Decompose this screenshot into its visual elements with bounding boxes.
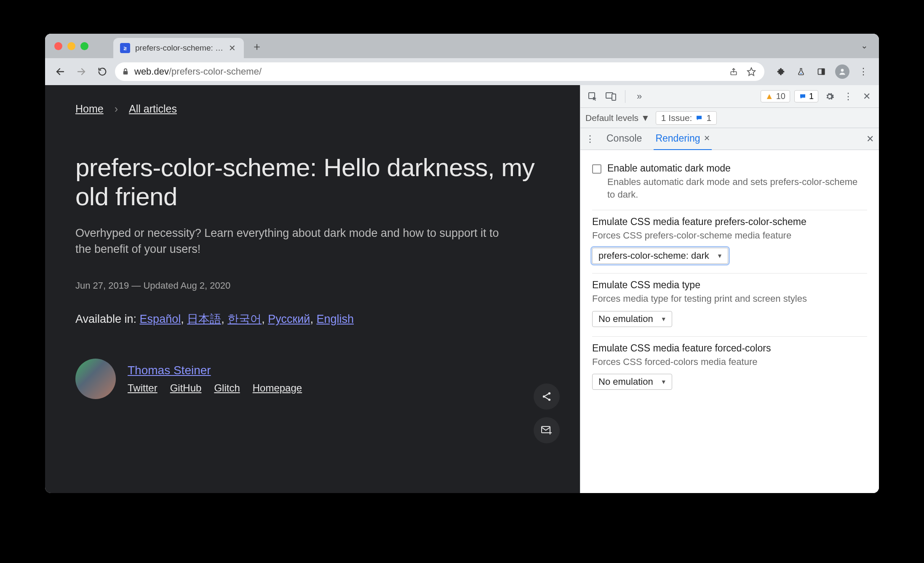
caret-down-icon: ▼ <box>717 252 723 259</box>
url-text: web.dev/prefers-color-scheme/ <box>134 66 262 77</box>
new-tab-button[interactable]: ＋ <box>251 39 262 54</box>
content-area: Home › All articles prefers-color-scheme… <box>45 85 879 493</box>
issue-count: 1 <box>706 113 711 123</box>
svg-line-12 <box>545 394 549 396</box>
browser-toolbar: web.dev/prefers-color-scheme/ ⋮ <box>45 58 879 85</box>
minimize-window[interactable] <box>67 42 75 50</box>
drawer-menu-icon[interactable]: ⋮ <box>585 134 595 145</box>
more-tabs-icon[interactable]: » <box>632 89 646 104</box>
browser-window: ≥ prefers-color-scheme: Hello da ✕ ＋ ⌄ w… <box>45 34 879 493</box>
chevron-right-icon: › <box>115 103 118 115</box>
darkmode-title: Enable automatic dark mode <box>607 163 867 174</box>
author-links: Twitter GitHub Glitch Homepage <box>128 382 302 394</box>
message-icon <box>799 93 806 100</box>
lang-en[interactable]: English <box>316 313 354 325</box>
window-controls <box>54 42 88 50</box>
close-tab-icon[interactable]: ✕ <box>229 43 236 53</box>
caret-down-icon: ▼ <box>661 378 667 385</box>
dropdown-caret-icon: ▼ <box>641 113 650 123</box>
available-label: Available in: <box>75 313 140 325</box>
forced-select[interactable]: No emulation ▼ <box>592 374 672 390</box>
lang-ja[interactable]: 日本語 <box>187 313 221 325</box>
prefers-title: Emulate CSS media feature prefers-color-… <box>592 216 867 228</box>
author-link-glitch[interactable]: Glitch <box>214 382 240 394</box>
devtools-panel: » ▲ 10 1 ⋮ ✕ <box>580 85 879 493</box>
forced-title: Emulate CSS media feature forced-colors <box>592 343 867 354</box>
caret-down-icon: ▼ <box>661 316 667 322</box>
breadcrumb-home[interactable]: Home <box>75 103 104 115</box>
console-filter-bar: Default levels ▼ 1 Issue: 1 <box>580 108 879 128</box>
close-window[interactable] <box>54 42 62 50</box>
favicon-icon: ≥ <box>120 43 130 53</box>
warnings-badge[interactable]: ▲ 10 <box>761 90 790 102</box>
devtools-close-icon[interactable]: ✕ <box>860 89 874 104</box>
option-media-type: Emulate CSS media type Forces media type… <box>592 273 867 337</box>
page-dates: Jun 27, 2019 — Updated Aug 2, 2020 <box>75 280 550 291</box>
toolbar-right: ⋮ <box>772 63 872 80</box>
warnings-count: 10 <box>776 91 785 101</box>
svg-rect-14 <box>542 426 550 433</box>
author-link-homepage[interactable]: Homepage <box>253 382 302 394</box>
inspect-icon[interactable] <box>585 89 600 104</box>
svg-rect-2 <box>123 71 128 75</box>
lang-es[interactable]: Español <box>140 313 181 325</box>
devtools-toolbar: » ▲ 10 1 ⋮ ✕ <box>580 85 879 108</box>
svg-point-5 <box>801 73 802 74</box>
option-auto-darkmode: Enable automatic dark mode Enables autom… <box>592 157 867 210</box>
bookmark-icon[interactable] <box>745 63 758 80</box>
author-avatar <box>75 359 116 399</box>
svg-rect-19 <box>612 94 616 100</box>
profile-avatar[interactable] <box>835 64 849 79</box>
sidepanel-icon[interactable] <box>812 63 830 80</box>
share-icon[interactable] <box>727 63 740 80</box>
author-link-twitter[interactable]: Twitter <box>128 382 158 394</box>
maximize-window[interactable] <box>80 42 88 50</box>
tab-close-icon[interactable]: ✕ <box>704 134 710 143</box>
log-levels-select[interactable]: Default levels ▼ <box>585 113 650 123</box>
tab-title: prefers-color-scheme: Hello da <box>135 43 224 53</box>
tab-strip: ≥ prefers-color-scheme: Hello da ✕ ＋ ⌄ <box>45 34 879 58</box>
messages-count: 1 <box>809 91 814 101</box>
menu-icon[interactable]: ⋮ <box>855 63 872 80</box>
extensions-icon[interactable] <box>772 63 790 80</box>
breadcrumb: Home › All articles <box>75 103 550 115</box>
address-bar[interactable]: web.dev/prefers-color-scheme/ <box>115 62 764 81</box>
tab-rendering[interactable]: Rendering ✕ <box>654 128 711 150</box>
prefers-desc: Forces CSS prefers-color-scheme media fe… <box>592 229 867 242</box>
author-block: Thomas Steiner Twitter GitHub Glitch Hom… <box>75 359 550 399</box>
back-button[interactable] <box>52 63 69 80</box>
forward-button[interactable] <box>73 63 90 80</box>
author-name[interactable]: Thomas Steiner <box>128 364 211 377</box>
breadcrumb-all-articles[interactable]: All articles <box>129 103 177 115</box>
svg-line-13 <box>545 397 549 399</box>
reload-button[interactable] <box>94 63 111 80</box>
subscribe-button[interactable] <box>534 417 560 443</box>
rendering-panel: Enable automatic dark mode Enables autom… <box>580 150 879 493</box>
device-toggle-icon[interactable] <box>604 89 618 104</box>
warning-icon: ▲ <box>765 91 774 101</box>
prefers-value: prefers-color-scheme: dark <box>598 250 709 261</box>
page-content: Home › All articles prefers-color-scheme… <box>45 85 580 493</box>
share-button[interactable] <box>534 383 560 410</box>
issue-label: 1 Issue: <box>661 113 692 123</box>
messages-badge[interactable]: 1 <box>794 90 818 102</box>
darkmode-checkbox[interactable] <box>592 164 601 174</box>
lang-ru[interactable]: Русский <box>268 313 310 325</box>
lang-ko[interactable]: 한국어 <box>227 313 262 325</box>
svg-marker-4 <box>748 68 755 75</box>
settings-icon[interactable] <box>823 89 837 104</box>
mediatype-title: Emulate CSS media type <box>592 279 867 291</box>
languages: Available in: Español, 日本語, 한국어, Русский… <box>75 311 550 327</box>
author-link-github[interactable]: GitHub <box>170 382 202 394</box>
darkmode-desc: Enables automatic dark mode and sets pre… <box>607 176 867 201</box>
browser-tab[interactable]: ≥ prefers-color-scheme: Hello da ✕ <box>113 38 244 58</box>
tab-console[interactable]: Console <box>605 128 644 150</box>
forced-desc: Forces CSS forced-colors media feature <box>592 356 867 368</box>
tabs-dropdown-icon[interactable]: ⌄ <box>861 40 868 51</box>
devtools-menu-icon[interactable]: ⋮ <box>841 89 855 104</box>
prefers-select[interactable]: prefers-color-scheme: dark ▼ <box>592 248 728 264</box>
labs-icon[interactable] <box>792 63 810 80</box>
drawer-close-icon[interactable]: ✕ <box>866 134 874 145</box>
issues-pill[interactable]: 1 Issue: 1 <box>656 111 717 125</box>
mediatype-select[interactable]: No emulation ▼ <box>592 311 672 327</box>
